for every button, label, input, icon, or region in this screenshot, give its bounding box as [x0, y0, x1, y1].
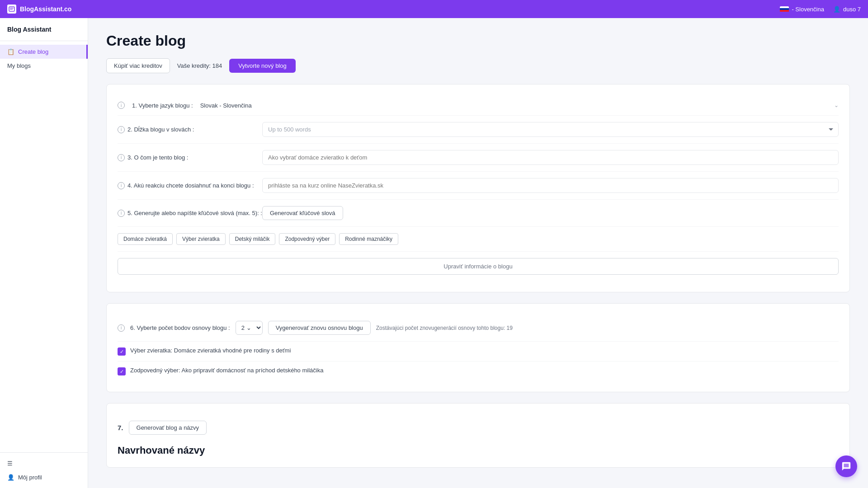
sidebar: Blog Assistant 📋 Create blog My blogs ☰ … [0, 18, 88, 488]
tags-row: Domáce zvieratká Výber zvieratka Detský … [118, 227, 839, 252]
sidebar-header: Blog Assistant [0, 18, 88, 41]
flag-icon [780, 6, 789, 12]
language-step-label: 1. Vyberte jazyk blogu : [132, 102, 193, 109]
logo-icon [7, 5, 16, 14]
step7-row: 7. Generovať blog a názvy [118, 414, 839, 441]
sidebar-nav: 📋 Create blog My blogs [0, 41, 88, 452]
generate-keywords-button[interactable]: Generovať kľúčové slová [262, 206, 343, 220]
language-chevron-icon[interactable]: ⌄ [834, 102, 839, 108]
topic-label: i 3. O čom je tento blog : [118, 154, 262, 161]
suggested-titles-heading: Navrhované názvy [118, 441, 839, 456]
user-info[interactable]: 👤 duso 7 [833, 6, 861, 13]
length-select[interactable]: Up to 500 words Up to 1000 words Up to 1… [262, 122, 839, 137]
tag-2[interactable]: Detský miláčik [229, 233, 276, 245]
main-content: Create blog Kúpiť viac kreditov Vaše kre… [88, 18, 868, 488]
generate-blog-button[interactable]: Generovať blog a názvy [129, 421, 207, 435]
my-blogs-label: My blogs [7, 62, 31, 69]
regen-info-text: Zostávajúci počet znovugenerácií osnovy … [376, 325, 513, 331]
sidebar-menu-item[interactable]: ☰ [0, 456, 88, 470]
tag-0[interactable]: Domáce zvieratká [118, 233, 173, 245]
topic-input[interactable] [262, 150, 839, 165]
page-title: Create blog [106, 33, 850, 49]
topic-info-icon: i [118, 154, 125, 161]
language-value: Slovak - Slovenčina [200, 102, 252, 109]
length-info-icon: i [118, 126, 125, 133]
update-blog-info-button[interactable]: Upraviť informácie o blogu [118, 258, 839, 275]
menu-icon: ☰ [7, 460, 13, 467]
outline-label-0: Výber zvieratka: Domáce zvieratká vhodné… [130, 347, 291, 354]
blog-info-card: i 1. Vyberte jazyk blogu : Slovak - Slov… [106, 84, 850, 292]
regen-outline-button[interactable]: Vygenerovať znovu osnovu blogu [268, 321, 371, 335]
language-label-group: i 1. Vyberte jazyk blogu : Slovak - Slov… [118, 102, 252, 109]
reaction-input[interactable] [262, 178, 839, 193]
language-row: i 1. Vyberte jazyk blogu : Slovak - Slov… [118, 95, 839, 116]
create-blog-icon: 📋 [7, 48, 14, 55]
sidebar-create-blog-label: Create blog [18, 48, 48, 55]
outline-card: i 6. Vyberte počet bodov osnovy blogu : … [106, 303, 850, 392]
outline-checkbox-1[interactable] [118, 367, 126, 375]
length-label: i 2. Dĺžka blogu v slovách : [118, 126, 262, 133]
step7-num: 7. [118, 424, 123, 432]
length-row: i 2. Dĺžka blogu v slovách : Up to 500 w… [118, 116, 839, 144]
outline-item-1: Zodpovedný výber: Ako pripraviť domácnos… [118, 361, 839, 381]
tag-3[interactable]: Zodpovedný výber [279, 233, 335, 245]
sidebar-item-my-blogs[interactable]: My blogs [0, 59, 88, 73]
outline-checkbox-0[interactable] [118, 347, 126, 356]
top-header: BlogAssistant.co - Slovenčina 👤 duso 7 [0, 0, 868, 18]
reaction-row: i 4. Akú reakciu chcete dosiahnuť na kon… [118, 172, 839, 200]
fab-button[interactable] [835, 455, 857, 477]
profile-label: Môj profil [18, 474, 42, 481]
update-row: Upraviť informácie o blogu [118, 252, 839, 281]
toolbar-row: Kúpiť viac kreditov Vaše kredity: 184 Vy… [106, 58, 850, 73]
sidebar-item-create-blog[interactable]: 📋 Create blog [0, 45, 88, 59]
sidebar-title: Blog Assistant [7, 26, 52, 33]
topic-row: i 3. O čom je tento blog : [118, 144, 839, 172]
reaction-label: i 4. Akú reakciu chcete dosiahnuť na kon… [118, 182, 262, 189]
header-right: - Slovenčina 👤 duso 7 [780, 6, 861, 13]
outline-count-select[interactable]: 2 ⌄ 3 4 5 [236, 321, 263, 335]
keywords-row: i 5. Generujte alebo napíšte kľúčové slo… [118, 200, 839, 227]
language-label: - Slovenčina [792, 6, 824, 13]
reaction-info-icon: i [118, 182, 125, 189]
user-icon: 👤 [833, 6, 840, 13]
language-selector[interactable]: - Slovenčina [780, 6, 824, 13]
username: duso 7 [843, 6, 861, 13]
outline-step-label: 6. Vyberte počet bodov osnovy blogu : [130, 324, 230, 331]
language-info-icon: i [118, 102, 125, 109]
sidebar-bottom: ☰ 👤 Môj profil [0, 452, 88, 488]
tag-1[interactable]: Výber zvieratka [176, 233, 226, 245]
generate-blog-card: 7. Generovať blog a názvy Navrhované náz… [106, 403, 850, 468]
app-name: BlogAssistant.co [20, 5, 71, 13]
credits-text: Vaše kredity: 184 [177, 62, 222, 69]
buy-credits-button[interactable]: Kúpiť viac kreditov [106, 58, 170, 73]
new-blog-button[interactable]: Vytvorte nový blog [229, 59, 295, 73]
profile-icon: 👤 [7, 474, 14, 481]
keywords-info-icon: i [118, 210, 125, 217]
app-logo: BlogAssistant.co [7, 5, 71, 14]
outline-count-row: i 6. Vyberte počet bodov osnovy blogu : … [118, 314, 839, 342]
outline-item-0: Výber zvieratka: Domáce zvieratká vhodné… [118, 342, 839, 361]
outline-info-icon: i [118, 324, 125, 332]
outline-label-1: Zodpovedný výber: Ako pripraviť domácnos… [130, 367, 323, 374]
keywords-label: i 5. Generujte alebo napíšte kľúčové slo… [118, 210, 262, 217]
tag-4[interactable]: Rodinné maznáčiky [339, 233, 398, 245]
sidebar-profile-item[interactable]: 👤 Môj profil [0, 470, 88, 484]
